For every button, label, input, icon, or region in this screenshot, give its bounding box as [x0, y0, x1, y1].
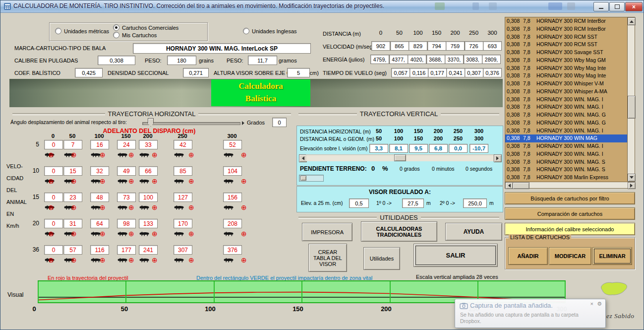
cartridge-row[interactable]: 0,3087,8HORNADY 300 RCM InterBor: [505, 17, 628, 25]
adelanto-value: 241: [139, 245, 158, 255]
crosshair-icon: ⊕: [188, 257, 194, 263]
cartridge-row[interactable]: 0,3087,8HORNADY 300 WIN. MAG. G: [505, 111, 628, 119]
crosshair-icon: ⊕: [128, 257, 134, 263]
maximize-button[interactable]: [609, 2, 625, 11]
scroll-up-icon[interactable]: [628, 17, 636, 25]
crosshair-icon: ⊕: [152, 257, 158, 263]
animal-cell: ⊕: [174, 203, 203, 211]
spain-map-doodle: [598, 278, 630, 300]
cartridge-row[interactable]: 0,3087,8HORNADY 300 WIN. MAG. I: [505, 103, 628, 111]
cartridge-row[interactable]: 0,3087,8HORNADY 300 Wby Mag Inte: [505, 65, 628, 72]
adelanto-value: 16: [90, 140, 109, 149]
pendiente-slider-track[interactable]: [299, 175, 324, 182]
salir-button[interactable]: SALIR: [413, 244, 498, 267]
chart-gridline: [38, 281, 39, 302]
cartridge-row[interactable]: 0,3087,8HORNADY 300 RCM SST: [505, 33, 628, 41]
cartridge-list-hscrollbar[interactable]: [505, 182, 635, 189]
eliminar-button[interactable]: ELIMINAR: [592, 247, 632, 265]
utilidades-button[interactable]: Utilidades: [363, 247, 400, 270]
crosshair-icon: ⊕: [128, 152, 134, 158]
impresora-button[interactable]: IMPRESORA: [302, 223, 352, 241]
zero1-field[interactable]: 27,5: [402, 198, 424, 208]
cartridge-row[interactable]: 0,3087,8HORNADY 300 WIN. MAG. S: [505, 158, 628, 166]
vertical-panel-scrollbar[interactable]: [299, 154, 501, 161]
cartridge-row[interactable]: 0,3087,8HORNADY 300 WIN. MAG. I: [505, 142, 628, 150]
cartridge-name: HORNADY 300 WIN. MAG. S: [536, 166, 628, 174]
ayuda-button[interactable]: AYUDA: [445, 223, 502, 241]
cartridge-list-vscrollbar[interactable]: [627, 17, 635, 181]
cartridge-list[interactable]: 0,3087,8HORNADY 300 RCM InterBor0,3087,8…: [505, 17, 628, 182]
close-button[interactable]: ×: [625, 2, 643, 11]
scrollbar-thumb[interactable]: [394, 154, 406, 161]
crosshair-icon: ⊕: [152, 231, 158, 237]
titlebar-ghost-icon: [472, 2, 479, 10]
pendiente-slider-thumb[interactable]: [300, 176, 306, 181]
informacion-calibre-button[interactable]: Información del calibre seleccionado: [505, 223, 635, 235]
scroll-right-icon[interactable]: [628, 182, 636, 189]
elev25-field[interactable]: 0,5: [349, 198, 369, 208]
velocidad-value: 693: [483, 41, 502, 51]
distancia-value: 300: [483, 30, 501, 36]
cartridge-row[interactable]: 0,3087,8HORNADY 308 Marlin Express: [505, 174, 628, 182]
toast-body-line2: Dropbox.: [460, 318, 579, 325]
cartridge-grams: 7,8: [523, 134, 536, 142]
elevacion-value: 6,8: [429, 144, 448, 153]
adelanto-value: 33: [139, 140, 158, 149]
scroll-left-icon[interactable]: [505, 182, 513, 189]
modificar-button[interactable]: MODIFICAR: [549, 247, 591, 265]
adelanto-value: 24: [117, 140, 136, 149]
animal-cell: ⊕: [90, 203, 120, 211]
animal-icon: [223, 230, 234, 237]
cartridge-row[interactable]: 0,3087,8HORNADY 300 Whisper A-MA: [505, 88, 628, 96]
cartridge-grams: 7,8: [523, 17, 536, 25]
cartridge-row[interactable]: 0,3087,8HORNADY 300 WIN. MAG. I: [505, 127, 628, 135]
chart-x-tick: 50: [115, 305, 134, 313]
elevacion-value: -10,7: [469, 144, 488, 153]
crosshair-icon: ⊕: [71, 152, 77, 158]
cartridge-name: HORNADY 308 Marlin Express: [536, 174, 628, 182]
cartridge-name: HORNADY 300 RCM InterBor: [536, 17, 628, 25]
adelanto-value: 66: [139, 166, 158, 176]
cartridge-row[interactable]: 0,3087,8HORNADY 300 Wby Mag GM: [505, 57, 628, 65]
toast-gear-icon[interactable]: ⚙: [597, 301, 602, 307]
visor-panel: VISOR REGULADO A: Elev. a 25 m. (cm) 0,5…: [296, 186, 503, 212]
cartridge-row[interactable]: 0,3087,8HORNADY 300 WIN. MAG. G: [505, 119, 628, 127]
pendiente-minutos: 0 minutos: [432, 166, 455, 172]
vscrollbar-thumb[interactable]: [628, 96, 636, 119]
cartridge-name: HORNADY 300 WIN. MAG. I: [536, 96, 628, 104]
scroll-down-icon[interactable]: [628, 174, 636, 182]
cartridge-name: HORNADY 300 RCM SST: [536, 41, 628, 49]
zero2-field[interactable]: 250,0: [463, 198, 487, 208]
scroll-right-icon[interactable]: [494, 154, 502, 162]
scrollbar-track[interactable]: [306, 154, 494, 161]
adelanto-value: 15: [63, 166, 82, 176]
minimize-button[interactable]: [593, 2, 609, 11]
toast-close-icon[interactable]: ×: [590, 301, 593, 307]
cartridge-row[interactable]: 0,3087,8HORNADY 300 RCM SST: [505, 41, 628, 49]
cartridge-grams: 7,8: [523, 150, 536, 158]
cartridge-name: HORNADY 300 WIN. MAG. G: [536, 119, 628, 127]
crear-tabla-visor-button[interactable]: CREAR TABLA DEL VISOR: [308, 244, 347, 272]
comparacion-cartuchos-button[interactable]: Comparación de cartuchos: [505, 207, 635, 220]
cartridge-caliber: 0,308: [505, 33, 523, 41]
busqueda-cartuchos-button[interactable]: Búsqueda de cartuchos por filtro: [505, 192, 635, 204]
cartridge-row[interactable]: 0,3087,8HORNADY 300 WIN MAG: [505, 134, 628, 142]
animal-cell: ⊕: [90, 230, 120, 238]
anadir-button[interactable]: AÑADIR: [508, 247, 548, 265]
cartridge-row[interactable]: 0,3087,8HORNADY 300 WIN. MAG. I: [505, 96, 628, 104]
adelanto-value: 307: [174, 245, 192, 255]
adelanto-value: 48: [90, 193, 109, 202]
toast-body-line1: Se ha añadido una captura de pantalla a …: [460, 312, 579, 318]
cartridge-row[interactable]: 0,3087,8HORNADY 300 RCM InterBor: [505, 25, 628, 33]
cartridge-row[interactable]: 0,3087,8HORNADY 300 Savage SST: [505, 49, 628, 57]
animal-cell: ⊕: [174, 151, 203, 159]
cartridge-grams: 7,8: [523, 57, 536, 65]
lista-cartuchos-title: LISTA DE CARTUCHOS: [509, 234, 571, 240]
calculadoras-button[interactable]: CALCULADORAS TRADICIONALES: [361, 221, 437, 242]
animal-icon: [223, 257, 234, 264]
hscrollbar-thumb[interactable]: [513, 182, 529, 189]
cartridge-row[interactable]: 0,3087,8HORNADY 300 WIN. MAG. S: [505, 166, 628, 174]
cartridge-row[interactable]: 0,3087,8HORNADY 300 Wby Mag Inte: [505, 72, 628, 80]
cartridge-row[interactable]: 0,3087,8HORNADY 300 WIN. MAG. I: [505, 150, 628, 158]
cartridge-row[interactable]: 0,3087,8HORNADY 300 Whisper V-M: [505, 80, 628, 88]
